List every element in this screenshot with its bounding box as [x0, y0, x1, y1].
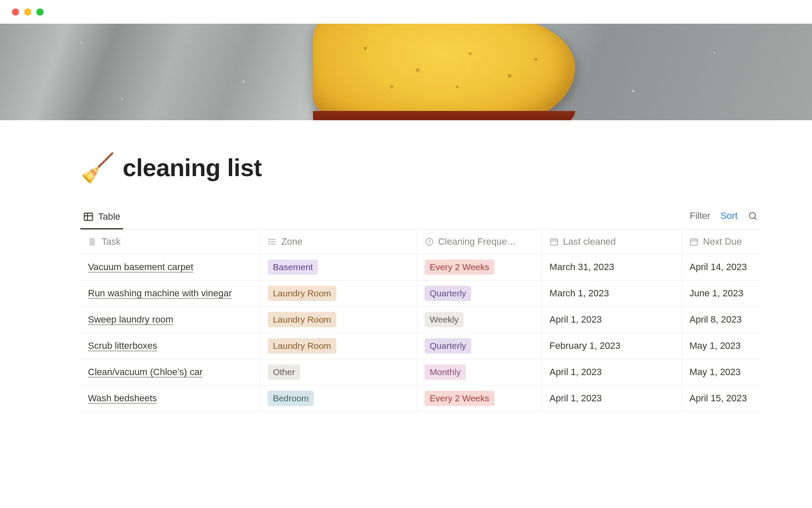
task-cell[interactable]: Scrub litterboxes [80, 333, 260, 359]
last-cleaned-cell[interactable]: April 1, 2023 [542, 385, 682, 411]
zone-cell[interactable]: Basement [260, 254, 417, 280]
zone-cell[interactable]: Laundry Room [260, 333, 417, 359]
next-due-cell[interactable]: April 14, 2023 [682, 254, 761, 280]
tab-table[interactable]: Table [80, 207, 123, 229]
table-header-row: Task Zone Cleaning Freque… [80, 229, 761, 254]
table-row[interactable]: Sweep laundry roomLaundry RoomWeeklyApri… [80, 306, 761, 333]
frequency-tag: Quarterly [425, 338, 471, 353]
app-window: 🧹 cleaning list Table Filter Sort [0, 0, 812, 508]
title-property-icon [88, 237, 97, 246]
zone-cell[interactable]: Laundry Room [260, 306, 417, 333]
column-header-last-cleaned[interactable]: Last cleaned [542, 229, 682, 254]
frequency-cell[interactable]: Every 2 Weeks [417, 254, 541, 280]
date-property-icon [549, 237, 559, 246]
frequency-cell[interactable]: Quarterly [417, 280, 541, 306]
task-title-link[interactable]: Clean/vacuum (Chloe’s) car [88, 367, 203, 377]
last-cleaned-cell[interactable]: March 31, 2023 [542, 254, 682, 280]
task-cell[interactable]: Sweep laundry room [80, 306, 260, 333]
zone-tag: Laundry Room [268, 286, 336, 301]
sort-button[interactable]: Sort [721, 210, 738, 221]
column-header-task[interactable]: Task [80, 229, 260, 254]
frequency-cell[interactable]: Quarterly [417, 333, 541, 359]
zone-cell[interactable]: Bedroom [260, 385, 417, 411]
window-close-button[interactable] [12, 8, 19, 16]
frequency-cell[interactable]: Every 2 Weeks [417, 385, 541, 411]
column-header-next-due[interactable]: Next Due [682, 229, 761, 254]
search-icon [748, 211, 758, 221]
column-header-zone[interactable]: Zone [260, 229, 417, 254]
frequency-tag: Every 2 Weeks [425, 391, 494, 406]
svg-rect-16 [691, 239, 698, 245]
clock-property-icon [425, 237, 434, 246]
svg-point-9 [269, 241, 270, 242]
column-header-frequency-label: Cleaning Freque… [438, 236, 516, 247]
window-titlebar [0, 0, 812, 24]
next-due-cell[interactable]: June 1, 2023 [682, 280, 761, 306]
page-header: 🧹 cleaning list [80, 153, 812, 182]
zone-tag: Bedroom [268, 391, 314, 406]
task-title-link[interactable]: Run washing machine with vinegar [88, 288, 232, 298]
zone-cell[interactable]: Laundry Room [260, 280, 417, 306]
last-cleaned-cell[interactable]: April 1, 2023 [542, 306, 682, 333]
table-row[interactable]: Run washing machine with vinegarLaundry … [80, 280, 761, 306]
task-title-link[interactable]: Vacuum basement carpet [88, 262, 193, 272]
column-header-zone-label: Zone [281, 236, 302, 247]
zone-tag: Other [268, 364, 300, 379]
tab-table-label: Table [98, 211, 121, 222]
date-property-icon [689, 237, 699, 246]
column-header-task-label: Task [102, 236, 121, 247]
svg-rect-12 [551, 239, 558, 245]
table-row[interactable]: Vacuum basement carpetBasementEvery 2 We… [80, 254, 761, 280]
frequency-tag: Quarterly [425, 286, 471, 301]
zone-tag: Laundry Room [268, 338, 336, 353]
table-row[interactable]: Wash bedsheetsBedroomEvery 2 WeeksApril … [80, 385, 761, 411]
filter-button[interactable]: Filter [690, 210, 710, 221]
svg-point-8 [269, 239, 270, 240]
task-title-link[interactable]: Scrub litterboxes [88, 340, 157, 351]
window-minimize-button[interactable] [24, 8, 31, 16]
view-tab-bar: Table Filter Sort [80, 207, 761, 229]
column-header-next-due-label: Next Due [703, 236, 742, 247]
cleaning-table: Task Zone Cleaning Freque… [80, 229, 761, 412]
search-button[interactable] [748, 211, 758, 221]
next-due-cell[interactable]: April 8, 2023 [682, 306, 761, 333]
column-header-last-cleaned-label: Last cleaned [563, 236, 616, 247]
page-icon-broom[interactable]: 🧹 [80, 154, 115, 182]
task-title-link[interactable]: Wash bedsheets [88, 393, 157, 403]
next-due-cell[interactable]: May 1, 2023 [682, 333, 761, 359]
zone-tag: Laundry Room [268, 312, 336, 327]
table-row[interactable]: Clean/vacuum (Chloe’s) carOtherMonthlyAp… [80, 359, 761, 385]
view-toolbar: Filter Sort [690, 210, 761, 226]
page-cover-image[interactable] [0, 24, 812, 120]
last-cleaned-cell[interactable]: February 1, 2023 [542, 333, 682, 359]
svg-rect-0 [84, 213, 93, 220]
table-icon [83, 211, 94, 222]
frequency-tag: Every 2 Weeks [425, 260, 494, 274]
zone-tag: Basement [268, 260, 318, 274]
frequency-tag: Monthly [425, 364, 466, 379]
svg-point-10 [269, 243, 270, 244]
task-title-link[interactable]: Sweep laundry room [88, 314, 173, 325]
last-cleaned-cell[interactable]: March 1, 2023 [542, 280, 682, 306]
page-content: 🧹 cleaning list Table Filter Sort [0, 120, 812, 412]
svg-line-4 [754, 218, 757, 220]
last-cleaned-cell[interactable]: April 1, 2023 [542, 359, 682, 385]
multiselect-property-icon [268, 237, 277, 246]
task-cell[interactable]: Run washing machine with vinegar [80, 280, 260, 306]
task-cell[interactable]: Wash bedsheets [80, 385, 260, 411]
zone-cell[interactable]: Other [260, 359, 417, 385]
frequency-cell[interactable]: Monthly [417, 359, 541, 385]
svg-point-3 [749, 213, 755, 218]
task-cell[interactable]: Vacuum basement carpet [80, 254, 260, 280]
next-due-cell[interactable]: May 1, 2023 [682, 359, 761, 385]
task-cell[interactable]: Clean/vacuum (Chloe’s) car [80, 359, 260, 385]
column-header-frequency[interactable]: Cleaning Freque… [417, 229, 541, 254]
page-title[interactable]: cleaning list [123, 153, 262, 182]
next-due-cell[interactable]: April 15, 2023 [682, 385, 761, 411]
frequency-tag: Weekly [425, 312, 464, 327]
cover-sponge-graphic [313, 24, 575, 120]
window-zoom-button[interactable] [36, 8, 44, 16]
frequency-cell[interactable]: Weekly [417, 306, 541, 333]
table-row[interactable]: Scrub litterboxesLaundry RoomQuarterlyFe… [80, 333, 761, 359]
